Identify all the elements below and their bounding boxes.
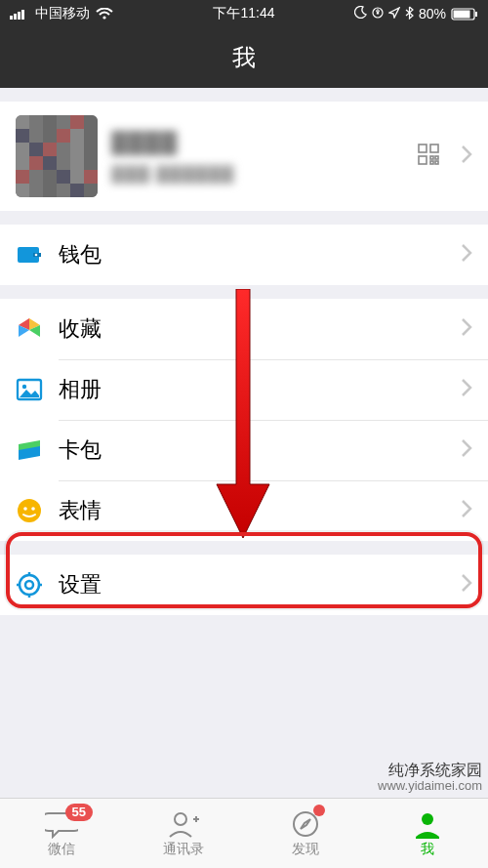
wallet-row[interactable]: 钱包 <box>0 225 488 285</box>
photos-row[interactable]: 相册 <box>0 359 488 420</box>
bluetooth-icon <box>405 6 414 22</box>
watermark-line1: 纯净系统家园 <box>378 762 482 779</box>
cards-label: 卡包 <box>59 435 445 465</box>
tab-discover-label: 发现 <box>292 841 319 858</box>
watermark-line2: www.yidaimei.com <box>378 779 482 794</box>
svg-rect-0 <box>10 16 13 20</box>
svg-point-35 <box>422 813 433 825</box>
moon-icon <box>354 6 367 21</box>
chevron-right-icon <box>461 145 472 168</box>
svg-rect-11 <box>430 145 438 152</box>
profile-card[interactable]: ▓▓▓▓ ▓▓▓ ▓▓▓▓▓▓ <box>0 102 488 211</box>
photos-icon <box>16 376 43 403</box>
favorites-icon <box>16 315 43 343</box>
carrier-label: 中国移动 <box>35 5 90 22</box>
tab-chats[interactable]: 微信 55 <box>0 799 122 868</box>
tab-me-label: 我 <box>421 841 434 858</box>
svg-rect-13 <box>430 156 433 159</box>
svg-rect-9 <box>454 10 470 18</box>
svg-rect-12 <box>419 156 427 164</box>
status-right: 80% <box>322 6 478 22</box>
page-title: 我 <box>232 42 256 73</box>
signal-icon <box>10 8 29 20</box>
chevron-right-icon <box>461 378 472 401</box>
chevron-right-icon <box>461 243 472 267</box>
svg-point-22 <box>18 499 41 522</box>
favorites-row[interactable]: 收藏 <box>0 299 488 359</box>
cards-row[interactable]: 卡包 <box>0 420 488 480</box>
svg-point-25 <box>20 575 39 595</box>
profile-text: ▓▓▓▓ ▓▓▓ ▓▓▓▓▓▓ <box>111 129 404 184</box>
svg-point-31 <box>175 813 186 825</box>
qr-icon[interactable] <box>418 144 439 169</box>
profile-id: ▓▓▓ ▓▓▓▓▓▓ <box>111 164 404 184</box>
middle-section: 收藏 相册 卡包 表情 <box>0 299 488 541</box>
status-time: 下午11:44 <box>166 5 322 22</box>
settings-label: 设置 <box>59 570 445 599</box>
chevron-right-icon <box>461 438 472 462</box>
chevron-right-icon <box>461 499 472 522</box>
stickers-label: 表情 <box>59 496 445 525</box>
location-icon <box>388 6 400 21</box>
svg-rect-3 <box>21 10 24 20</box>
photos-label: 相册 <box>59 375 445 404</box>
stickers-icon <box>16 497 43 524</box>
tab-chats-label: 微信 <box>48 841 75 858</box>
wallet-label: 钱包 <box>59 240 445 269</box>
chevron-right-icon <box>461 573 472 597</box>
svg-rect-15 <box>430 161 433 164</box>
settings-icon <box>16 571 43 599</box>
tab-bar: 微信 55 通讯录 发现 我 <box>0 798 488 868</box>
battery-percent: 80% <box>419 6 446 21</box>
svg-point-21 <box>22 385 26 389</box>
stickers-row[interactable]: 表情 <box>0 480 488 541</box>
status-left: 中国移动 <box>10 5 166 22</box>
svg-point-19 <box>35 254 38 257</box>
svg-rect-10 <box>419 145 427 152</box>
avatar <box>16 115 98 197</box>
status-bar: 中国移动 下午11:44 80% <box>0 0 488 27</box>
favorites-label: 收藏 <box>59 314 445 344</box>
cards-icon <box>16 436 43 464</box>
lock-icon <box>372 6 384 21</box>
page-header: 我 <box>0 27 488 88</box>
svg-rect-16 <box>435 161 438 164</box>
svg-rect-14 <box>435 156 438 159</box>
svg-point-23 <box>23 507 27 511</box>
watermark: 纯净系统家园 www.yidaimei.com <box>378 762 482 794</box>
svg-point-24 <box>31 507 35 511</box>
tab-contacts[interactable]: 通讯录 <box>122 799 244 868</box>
svg-rect-1 <box>14 14 17 20</box>
svg-rect-8 <box>475 12 477 17</box>
settings-row[interactable]: 设置 <box>0 555 488 615</box>
chevron-right-icon <box>461 317 472 341</box>
svg-point-4 <box>102 16 105 19</box>
tab-contacts-label: 通讯录 <box>163 841 204 858</box>
tab-discover-badge <box>313 805 325 816</box>
profile-section: ▓▓▓▓ ▓▓▓ ▓▓▓▓▓▓ <box>0 102 488 211</box>
settings-section: 设置 <box>0 555 488 615</box>
wifi-icon <box>96 8 113 21</box>
svg-point-26 <box>25 581 33 589</box>
tab-me[interactable]: 我 <box>366 799 488 868</box>
profile-name: ▓▓▓▓ <box>111 129 404 154</box>
tab-chats-badge: 55 <box>65 804 93 821</box>
wallet-icon <box>16 241 43 269</box>
wallet-section: 钱包 <box>0 225 488 285</box>
battery-icon <box>451 8 478 21</box>
tab-discover[interactable]: 发现 <box>244 799 366 868</box>
svg-rect-2 <box>18 12 20 20</box>
svg-point-34 <box>294 812 317 836</box>
